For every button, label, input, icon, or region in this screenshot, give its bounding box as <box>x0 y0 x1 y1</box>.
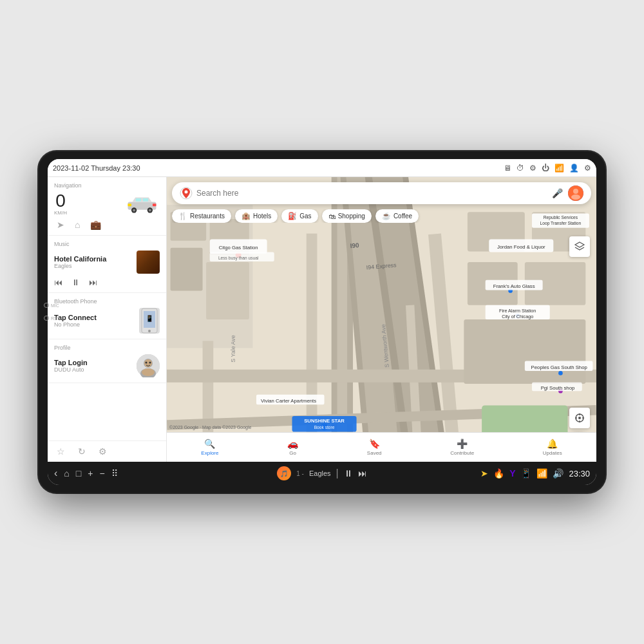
grid-button[interactable]: ⠿ <box>111 468 118 478</box>
profile-section-label: Profile <box>54 345 160 351</box>
briefcase-icon[interactable]: 💼 <box>90 220 101 230</box>
home-nav-icon[interactable]: ⌂ <box>75 220 80 230</box>
svg-rect-8 <box>153 204 156 206</box>
taskbar-album-art: 🎵 <box>277 466 291 480</box>
taskbar-volume-icon: 🔊 <box>553 468 564 478</box>
taskbar-left: ‹ ⌂ □ + − ⠿ <box>54 468 229 479</box>
taskbar-flame-icon[interactable]: 🔥 <box>493 468 504 478</box>
svg-rect-7 <box>128 204 132 206</box>
bt-info: Tap Connect No Phone <box>54 314 134 328</box>
music-info: Hotel California Eagles <box>54 255 131 269</box>
bt-widget[interactable]: Tap Connect No Phone 📱 <box>54 308 160 334</box>
datetime-display: 2023-11-02 Thursday 23:30 <box>53 164 140 172</box>
svg-text:Book store: Book store <box>314 425 335 430</box>
gas-chip[interactable]: ⛽ Gas <box>281 209 317 223</box>
svg-rect-2 <box>143 198 148 202</box>
refresh-button[interactable]: ↻ <box>78 446 86 457</box>
voice-search-button[interactable]: 🎤 <box>552 188 563 198</box>
svg-text:Pgl South shop: Pgl South shop <box>541 385 575 391</box>
nav-controls: ➤ ⌂ 💼 <box>54 220 160 230</box>
pause-button[interactable]: ⏸ <box>71 278 80 287</box>
taskbar-pause-btn[interactable]: ⏸ <box>344 468 353 478</box>
profile-name: Tap Login <box>54 359 131 366</box>
coffee-icon: ☕ <box>382 212 391 220</box>
go-label: Go <box>289 450 296 456</box>
wifi-status-icon: 📶 <box>554 164 564 173</box>
restaurants-label: Restaurants <box>190 213 225 220</box>
taskbar-next-btn[interactable]: ⏭ <box>358 468 367 478</box>
user-avatar-map[interactable] <box>568 185 583 201</box>
taskbar-right: ➤ 🔥 Y 📱 📶 🔊 23:30 <box>415 468 590 478</box>
music-artist: Eagles <box>54 263 131 269</box>
account-icon: 👤 <box>569 164 579 173</box>
back-button[interactable]: ‹ <box>54 468 57 479</box>
updates-label: Updates <box>543 450 562 456</box>
speed-unit: KM/H <box>54 210 67 216</box>
svg-text:Less busy than usual: Less busy than usual <box>218 256 259 261</box>
restaurants-chip[interactable]: 🍴 Restaurants <box>172 209 231 223</box>
taskbar-center: 🎵 1 - Eagles | ⏸ ⏭ <box>235 466 410 480</box>
taskbar-yahoo-icon[interactable]: Y <box>509 468 515 478</box>
power-icon: ⏻ <box>542 164 549 173</box>
saved-icon: 🔖 <box>369 439 380 449</box>
updates-tab[interactable]: 🔔 Updates <box>543 439 562 456</box>
taskbar-time: 23:30 <box>569 469 590 478</box>
svg-text:Peoples Gas South Shop: Peoples Gas South Shop <box>531 365 587 370</box>
svg-text:📱: 📱 <box>146 314 154 323</box>
minus-button[interactable]: − <box>99 468 104 478</box>
saved-tab[interactable]: 🔖 Saved <box>367 439 382 456</box>
sidebar-footer: ☆ ↻ ⚙ <box>48 440 166 462</box>
add-button[interactable]: + <box>88 468 93 478</box>
previous-button[interactable]: ⏮ <box>54 278 62 287</box>
svg-text:Fire Alarm Station: Fire Alarm Station <box>499 308 536 314</box>
svg-rect-1 <box>136 198 141 202</box>
gas-label: Gas <box>299 213 311 220</box>
taskbar-separator: | <box>336 468 339 479</box>
category-chips: 🍴 Restaurants 🏨 Hotels ⛽ Gas 🛍 Shopping <box>172 209 591 223</box>
map-search-bar[interactable]: Search here 🎤 <box>172 182 591 204</box>
bluetooth-section: Bluetooth Phone Tap Connect No Phone 📱 <box>48 293 166 339</box>
navigate-arrow-icon[interactable]: ➤ <box>57 220 64 230</box>
map-area[interactable]: S Yale Ave S Wentworth Ave I90 I94 Expre… <box>167 177 596 462</box>
taskbar-app-icon[interactable]: 📱 <box>520 468 531 478</box>
contribute-tab[interactable]: ➕ Contribute <box>450 439 474 456</box>
taskbar-nav-icon[interactable]: ➤ <box>480 468 488 478</box>
profile-widget[interactable]: Tap Login DUDU Auto <box>54 354 160 377</box>
svg-point-18 <box>146 362 147 364</box>
svg-text:Vivian Carter Apartments: Vivian Carter Apartments <box>261 398 316 404</box>
coffee-label: Coffee <box>393 213 412 220</box>
explore-tab[interactable]: 🔍 Explore <box>201 439 218 456</box>
hotels-chip[interactable]: 🏨 Hotels <box>235 209 278 223</box>
hotels-label: Hotels <box>253 213 271 220</box>
shopping-chip[interactable]: 🛍 Shopping <box>322 209 372 223</box>
display-icon: 🖥 <box>504 164 511 173</box>
svg-text:Frank's Auto Glass: Frank's Auto Glass <box>493 283 535 289</box>
svg-text:I90: I90 <box>350 242 359 249</box>
settings-icon: ⚙ <box>584 164 591 173</box>
map-bottom-tabs: 🔍 Explore 🚗 Go 🔖 Saved ➕ Contribute <box>167 432 596 462</box>
star-button[interactable]: ☆ <box>57 446 65 457</box>
shopping-label: Shopping <box>338 213 365 220</box>
next-button[interactable]: ⏭ <box>89 278 97 287</box>
nav-widget: 0 KM/H <box>54 192 160 216</box>
device-screen: 2023-11-02 Thursday 23:30 🖥 ⏱ ⚙ ⏻ 📶 👤 ⚙ … <box>48 159 596 485</box>
home-button[interactable]: ⌂ <box>64 468 69 478</box>
map-layers-button[interactable] <box>569 236 590 257</box>
wheel-icon: ⚙ <box>529 164 536 173</box>
map-copyright: ©2023 Google · Map data ©2023 Google <box>169 425 251 430</box>
coffee-chip[interactable]: ☕ Coffee <box>375 209 419 223</box>
profile-info: Tap Login DUDU Auto <box>54 359 131 373</box>
contribute-icon: ➕ <box>457 439 468 449</box>
svg-point-68 <box>558 371 563 375</box>
google-maps-logo <box>180 187 193 200</box>
taskbar-wifi-icon: 📶 <box>536 468 547 478</box>
settings-button[interactable]: ⚙ <box>99 446 107 457</box>
go-tab[interactable]: 🚗 Go <box>287 439 298 456</box>
music-section: Music Hotel California Eagles ⏮ ⏸ ⏭ <box>48 236 166 293</box>
square-button[interactable]: □ <box>76 468 81 478</box>
mic-indicator <box>44 303 49 308</box>
location-button[interactable] <box>569 408 590 428</box>
updates-icon: 🔔 <box>547 439 558 449</box>
car-icon <box>124 193 160 215</box>
explore-icon: 🔍 <box>204 439 215 449</box>
